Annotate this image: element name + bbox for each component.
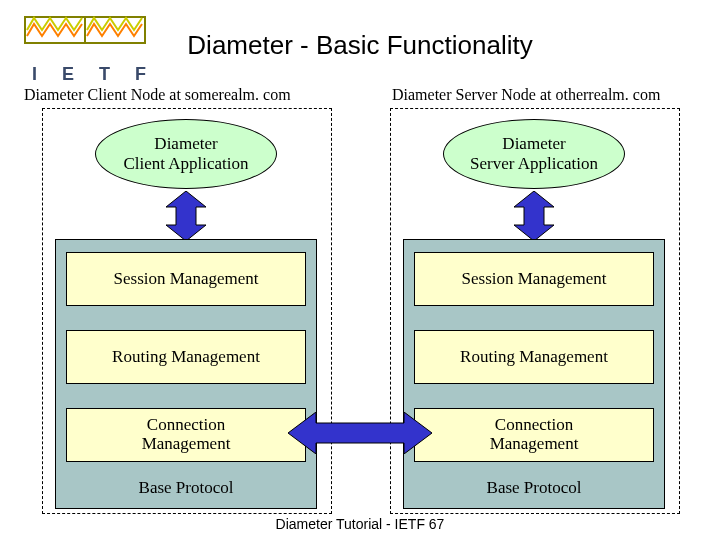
layer-label: Routing Management <box>112 348 260 367</box>
server-connection-management-layer: ConnectionManagement <box>414 408 654 462</box>
double-arrow-vertical-icon <box>166 191 206 241</box>
layer-label: ConnectionManagement <box>490 416 579 453</box>
double-arrow-horizontal-icon <box>288 412 432 454</box>
server-column-header: Diameter Server Node at otherrealm. com <box>392 86 660 104</box>
server-application-ellipse: DiameterServer Application <box>443 119 625 189</box>
client-base-protocol-stack: Session Management Routing Management Co… <box>55 239 317 509</box>
server-node-box: DiameterServer Application Session Manag… <box>390 108 680 514</box>
client-application-label: DiameterClient Application <box>123 134 248 173</box>
layer-label: Session Management <box>114 270 259 289</box>
client-routing-management-layer: Routing Management <box>66 330 306 384</box>
slide-footer: Diameter Tutorial - IETF 67 <box>0 516 720 532</box>
layer-label: Routing Management <box>460 348 608 367</box>
slide-title: Diameter - Basic Functionality <box>0 30 720 61</box>
server-application-label: DiameterServer Application <box>470 134 598 173</box>
server-session-management-layer: Session Management <box>414 252 654 306</box>
layer-label: Session Management <box>462 270 607 289</box>
client-base-protocol-label: Base Protocol <box>56 478 316 498</box>
slide: I E T F Diameter - Basic Functionality D… <box>0 0 720 540</box>
client-connection-management-layer: ConnectionManagement <box>66 408 306 462</box>
svg-marker-3 <box>514 191 554 241</box>
server-base-protocol-stack: Session Management Routing Management Co… <box>403 239 665 509</box>
svg-marker-4 <box>288 412 432 454</box>
svg-marker-2 <box>166 191 206 241</box>
client-column-header: Diameter Client Node at somerealm. com <box>24 86 291 104</box>
layer-label: ConnectionManagement <box>142 416 231 453</box>
client-application-ellipse: DiameterClient Application <box>95 119 277 189</box>
double-arrow-vertical-icon <box>514 191 554 241</box>
server-base-protocol-label: Base Protocol <box>404 478 664 498</box>
ietf-logo-text: I E T F <box>22 64 156 85</box>
server-routing-management-layer: Routing Management <box>414 330 654 384</box>
client-session-management-layer: Session Management <box>66 252 306 306</box>
